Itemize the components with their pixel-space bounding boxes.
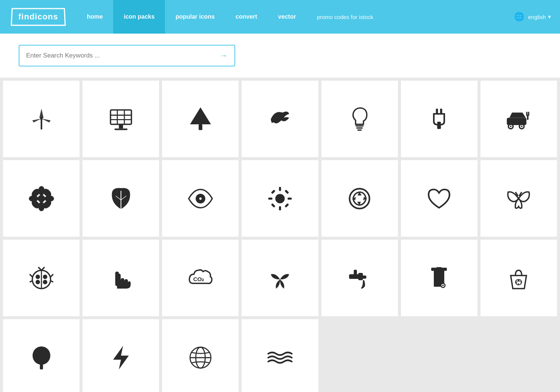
- nav-right: 🌐 english ▾: [505, 0, 560, 34]
- svg-rect-0: [40, 119, 42, 130]
- nav-convert[interactable]: convert: [225, 0, 268, 34]
- nav-popular-icons[interactable]: popular icons: [165, 0, 225, 34]
- svg-rect-51: [271, 203, 276, 208]
- icon-ladybug[interactable]: [3, 240, 80, 316]
- globe-icon: 🌐: [514, 12, 524, 22]
- icon-tree[interactable]: [162, 81, 239, 157]
- icon-recycle-bag[interactable]: [480, 240, 557, 316]
- svg-marker-1: [39, 109, 43, 119]
- svg-point-25: [521, 125, 523, 127]
- search-input[interactable]: [26, 52, 220, 59]
- svg-rect-80: [40, 364, 43, 369]
- icon-leaf[interactable]: [83, 160, 159, 237]
- navbar: findicons home icon packs popular icons …: [0, 0, 560, 34]
- nav-links: home icon packs popular icons convert ve…: [77, 0, 505, 34]
- svg-rect-45: [279, 187, 281, 191]
- svg-point-65: [43, 275, 46, 278]
- nav-vector[interactable]: vector: [268, 0, 307, 34]
- nav-promo[interactable]: promo codes for istock: [307, 0, 384, 34]
- search-box: →: [19, 45, 235, 66]
- icon-waves[interactable]: [242, 319, 318, 392]
- icon-lightbulb[interactable]: [321, 81, 398, 157]
- icon-trash-bin[interactable]: [401, 240, 477, 316]
- lang-label: english: [528, 14, 546, 20]
- chevron-down-icon: ▾: [548, 13, 551, 20]
- svg-rect-29: [528, 112, 530, 116]
- svg-line-63: [50, 281, 53, 282]
- nav-icon-packs[interactable]: icon packs: [113, 0, 165, 34]
- svg-marker-81: [113, 346, 129, 369]
- logo: findicons: [11, 8, 66, 26]
- icon-co2-cloud[interactable]: CO₂: [162, 240, 239, 316]
- icon-tree-round[interactable]: [3, 319, 80, 392]
- svg-line-61: [29, 281, 32, 282]
- icon-electric-car[interactable]: [480, 81, 557, 157]
- svg-marker-2: [32, 118, 41, 122]
- svg-rect-52: [284, 203, 289, 208]
- svg-line-60: [29, 274, 32, 277]
- svg-point-64: [36, 275, 39, 278]
- svg-rect-11: [114, 128, 127, 130]
- svg-rect-48: [287, 197, 292, 200]
- language-selector[interactable]: english ▾: [528, 13, 551, 20]
- icon-bird[interactable]: [242, 81, 318, 157]
- svg-point-4: [40, 117, 43, 120]
- svg-rect-20: [440, 109, 442, 114]
- icon-solar-panel[interactable]: [83, 81, 159, 157]
- svg-line-62: [50, 274, 53, 277]
- icon-recycle-circle[interactable]: [321, 160, 398, 237]
- svg-point-43: [199, 197, 202, 200]
- icon-empty-3: [480, 319, 557, 392]
- svg-rect-46: [279, 206, 281, 210]
- logo-area[interactable]: findicons: [0, 0, 77, 34]
- svg-rect-10: [119, 124, 123, 128]
- icon-grid: CO₂: [0, 78, 560, 392]
- icon-faucet[interactable]: [321, 240, 398, 316]
- logo-text: findicons: [18, 12, 59, 21]
- svg-rect-13: [199, 124, 202, 130]
- svg-point-44: [275, 194, 284, 203]
- icon-sun[interactable]: [242, 160, 318, 237]
- icon-plant-leaves[interactable]: [242, 240, 318, 316]
- svg-rect-76: [436, 267, 442, 268]
- svg-rect-26: [527, 115, 529, 120]
- svg-rect-47: [268, 197, 272, 200]
- icon-butterfly[interactable]: [480, 160, 557, 237]
- svg-marker-3: [41, 118, 51, 122]
- icon-wind-turbine[interactable]: [3, 81, 80, 157]
- svg-rect-5: [111, 110, 131, 124]
- svg-point-23: [510, 125, 511, 127]
- icon-plug[interactable]: [401, 81, 477, 157]
- icon-hand[interactable]: [83, 240, 159, 316]
- svg-point-67: [43, 280, 46, 283]
- svg-marker-12: [190, 107, 211, 124]
- svg-rect-73: [354, 270, 357, 275]
- svg-point-38: [38, 195, 45, 202]
- svg-rect-28: [526, 112, 528, 116]
- svg-rect-70: [349, 274, 360, 279]
- svg-text:CO₂: CO₂: [193, 276, 204, 282]
- icon-globe[interactable]: [162, 319, 239, 392]
- nav-home[interactable]: home: [77, 0, 113, 34]
- svg-point-78: [442, 284, 444, 286]
- svg-rect-68: [115, 271, 119, 286]
- icon-flower[interactable]: [3, 160, 80, 237]
- svg-point-66: [36, 280, 39, 283]
- svg-point-79: [32, 346, 50, 365]
- svg-point-14: [284, 112, 286, 114]
- icon-heart[interactable]: [401, 160, 477, 237]
- icon-empty-2: [401, 319, 477, 392]
- icon-empty-1: [321, 319, 398, 392]
- svg-rect-50: [284, 190, 289, 194]
- icon-eye[interactable]: [162, 160, 239, 237]
- svg-rect-49: [271, 190, 276, 194]
- svg-rect-72: [362, 276, 367, 279]
- icon-lightning[interactable]: [83, 319, 159, 392]
- search-submit-arrow[interactable]: →: [220, 51, 228, 60]
- search-area: →: [0, 34, 560, 78]
- svg-rect-19: [436, 109, 438, 114]
